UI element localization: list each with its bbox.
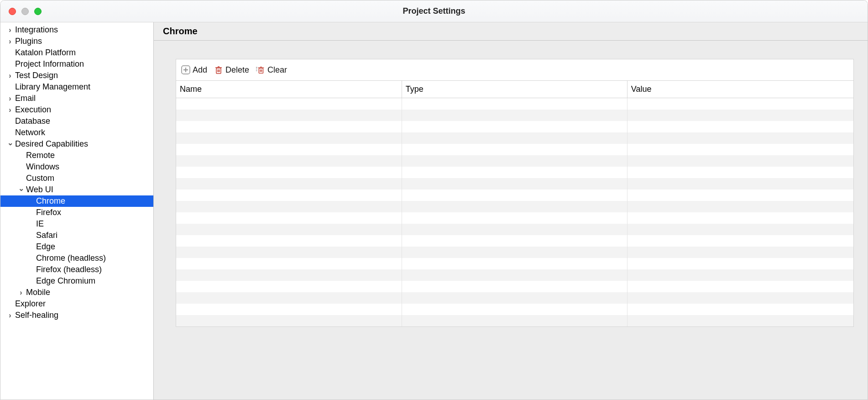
table-cell[interactable] <box>176 235 402 247</box>
table-row[interactable] <box>176 201 853 212</box>
table-row[interactable] <box>176 304 853 315</box>
tree-item[interactable]: ›Integrations <box>0 24 153 36</box>
tree-item[interactable]: ›Mobile <box>0 287 153 298</box>
chevron-right-icon[interactable]: › <box>6 311 14 320</box>
table-cell[interactable] <box>402 281 627 292</box>
chevron-right-icon[interactable]: › <box>6 26 14 34</box>
table-cell[interactable] <box>402 247 627 258</box>
table-cell[interactable] <box>176 144 402 155</box>
table-cell[interactable] <box>176 224 402 235</box>
close-window-button[interactable] <box>9 8 16 15</box>
chevron-down-icon[interactable]: ⌄ <box>6 138 14 147</box>
table-cell[interactable] <box>176 258 402 269</box>
table-cell[interactable] <box>627 269 853 281</box>
table-cell[interactable] <box>627 98 853 110</box>
table-cell[interactable] <box>402 98 627 110</box>
table-cell[interactable] <box>402 304 627 315</box>
tree-item[interactable]: ›Plugins <box>0 36 153 47</box>
tree-item[interactable]: Windows <box>0 161 153 173</box>
chevron-down-icon[interactable]: ⌄ <box>17 184 25 193</box>
table-row[interactable] <box>176 315 853 326</box>
table-cell[interactable] <box>627 247 853 258</box>
table-cell[interactable] <box>176 212 402 224</box>
table-cell[interactable] <box>627 201 853 212</box>
table-cell[interactable] <box>627 235 853 247</box>
minimize-window-button[interactable] <box>21 8 29 15</box>
table-cell[interactable] <box>402 155 627 167</box>
tree-item[interactable]: Chrome (headless) <box>0 253 153 264</box>
table-row[interactable] <box>176 132 853 144</box>
table-cell[interactable] <box>627 155 853 167</box>
table-row[interactable] <box>176 292 853 304</box>
table-cell[interactable] <box>176 281 402 292</box>
tree-item[interactable]: Firefox <box>0 207 153 218</box>
table-cell[interactable] <box>402 269 627 281</box>
tree-item[interactable]: Project Information <box>0 58 153 70</box>
table-row[interactable] <box>176 144 853 155</box>
table-row[interactable] <box>176 269 853 281</box>
table-cell[interactable] <box>627 178 853 189</box>
table-row[interactable] <box>176 212 853 224</box>
table-cell[interactable] <box>627 132 853 144</box>
tree-item[interactable]: Library Management <box>0 81 153 93</box>
table-cell[interactable] <box>402 235 627 247</box>
tree-item[interactable]: ›Email <box>0 93 153 104</box>
tree-item[interactable]: Network <box>0 127 153 138</box>
table-cell[interactable] <box>627 167 853 178</box>
table-row[interactable] <box>176 224 853 235</box>
tree-item[interactable]: Remote <box>0 150 153 161</box>
chevron-right-icon[interactable]: › <box>6 106 14 114</box>
maximize-window-button[interactable] <box>34 8 42 15</box>
table-cell[interactable] <box>627 224 853 235</box>
table-row[interactable] <box>176 98 853 110</box>
table-row[interactable] <box>176 189 853 201</box>
table-row[interactable] <box>176 121 853 132</box>
add-button[interactable]: Add <box>181 65 207 75</box>
table-row[interactable] <box>176 258 853 269</box>
table-cell[interactable] <box>402 212 627 224</box>
table-cell[interactable] <box>176 247 402 258</box>
table-row[interactable] <box>176 155 853 167</box>
capabilities-table[interactable]: Name Type Value <box>176 80 853 326</box>
table-cell[interactable] <box>402 110 627 121</box>
table-cell[interactable] <box>627 189 853 201</box>
tree-item[interactable]: ⌄Desired Capabilities <box>0 138 153 150</box>
table-row[interactable] <box>176 167 853 178</box>
tree-item[interactable]: Chrome <box>0 195 153 207</box>
tree-item[interactable]: IE <box>0 218 153 230</box>
table-cell[interactable] <box>176 269 402 281</box>
tree-item[interactable]: ›Self-healing <box>0 310 153 321</box>
chevron-right-icon[interactable]: › <box>6 72 14 80</box>
tree-item[interactable]: Edge Chromium <box>0 275 153 287</box>
tree-item[interactable]: Custom <box>0 173 153 184</box>
table-cell[interactable] <box>176 178 402 189</box>
table-cell[interactable] <box>627 258 853 269</box>
table-cell[interactable] <box>402 121 627 132</box>
table-cell[interactable] <box>402 144 627 155</box>
chevron-right-icon[interactable]: › <box>17 289 25 297</box>
settings-tree[interactable]: ›Integrations›Plugins Katalon Platform P… <box>0 22 154 400</box>
tree-item[interactable]: ›Execution <box>0 104 153 116</box>
table-cell[interactable] <box>402 315 627 326</box>
table-cell[interactable] <box>176 167 402 178</box>
tree-item[interactable]: Firefox (headless) <box>0 264 153 275</box>
table-cell[interactable] <box>402 201 627 212</box>
table-cell[interactable] <box>402 167 627 178</box>
table-cell[interactable] <box>176 110 402 121</box>
chevron-right-icon[interactable]: › <box>6 37 14 46</box>
table-cell[interactable] <box>627 304 853 315</box>
table-cell[interactable] <box>402 292 627 304</box>
column-header-name[interactable]: Name <box>176 81 402 98</box>
table-cell[interactable] <box>627 315 853 326</box>
table-row[interactable] <box>176 281 853 292</box>
table-cell[interactable] <box>176 121 402 132</box>
tree-item[interactable]: Database <box>0 116 153 127</box>
table-row[interactable] <box>176 235 853 247</box>
tree-item[interactable]: ⌄Web UI <box>0 184 153 195</box>
table-cell[interactable] <box>176 201 402 212</box>
table-cell[interactable] <box>402 132 627 144</box>
table-cell[interactable] <box>627 281 853 292</box>
table-cell[interactable] <box>402 258 627 269</box>
table-cell[interactable] <box>176 189 402 201</box>
table-row[interactable] <box>176 247 853 258</box>
